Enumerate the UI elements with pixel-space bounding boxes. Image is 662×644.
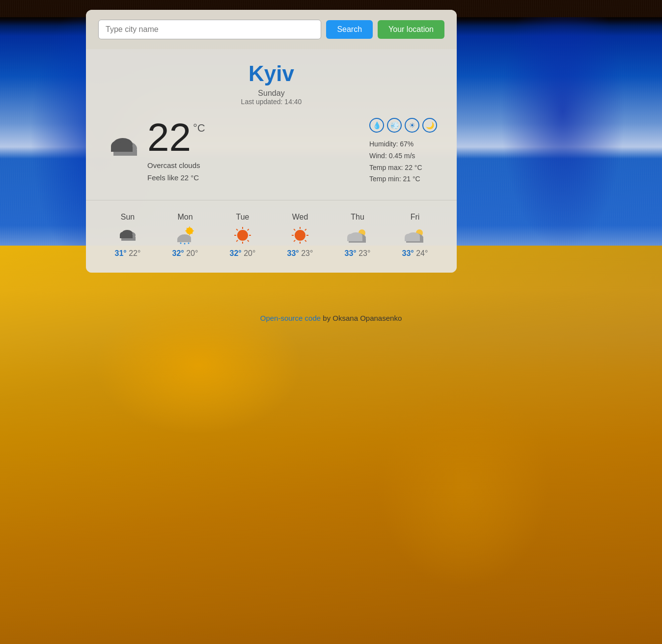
- weather-content: Kyiv Sunday Last updated: 14:40: [86, 49, 457, 273]
- temperature-display: 22 °C: [147, 118, 205, 157]
- forecast-low: 23°: [359, 249, 370, 257]
- forecast-icon: [233, 225, 252, 245]
- search-input[interactable]: [98, 20, 321, 39]
- forecast-temps: 33° 23°: [345, 249, 371, 258]
- source-code-link[interactable]: Open-source code: [260, 314, 321, 322]
- temp-min-label: Temp min: 21 °C: [369, 173, 422, 185]
- forecast-high: 31°: [115, 249, 127, 257]
- detail-icons: 💧 💨 ☀ 🌙: [369, 118, 437, 133]
- svg-line-17: [187, 228, 188, 229]
- current-left: 22 °C Overcast clouds Feels like 22 °C: [106, 118, 205, 182]
- forecast-temps: 31° 22°: [115, 249, 141, 258]
- feels-like: Feels like 22 °C: [147, 173, 205, 182]
- humidity-label: Humidity: 67%: [369, 139, 422, 150]
- last-updated: Last updated: 14:40: [106, 98, 437, 106]
- svg-line-42: [294, 240, 295, 242]
- temperature-value: 22: [147, 118, 191, 157]
- svg-point-24: [188, 243, 190, 244]
- svg-point-25: [237, 230, 248, 241]
- forecast-icon: [291, 225, 309, 245]
- forecast-day-name: Mon: [177, 213, 193, 222]
- svg-rect-21: [177, 239, 191, 242]
- svg-point-22: [180, 243, 182, 244]
- current-right: 💧 💨 ☀ 🌙 Humidity: 67% Wind: 0.45 m/s Tem…: [369, 118, 437, 185]
- forecast-high: 32°: [230, 249, 242, 257]
- svg-line-32: [248, 229, 249, 230]
- forecast-low: 20°: [186, 249, 198, 257]
- forecast-high: 33°: [402, 249, 414, 257]
- current-weather: 22 °C Overcast clouds Feels like 22 °C 💧…: [106, 118, 437, 185]
- forecast-day-name: Tue: [236, 213, 249, 222]
- svg-rect-56: [405, 237, 420, 241]
- wind-label: Wind: 0.45 m/s: [369, 150, 422, 162]
- weather-card: Search Your location Kyiv Sunday Last up…: [86, 10, 457, 273]
- yellow-stripe: [0, 246, 662, 644]
- forecast-day-name: Thu: [351, 213, 364, 222]
- forecast-day: Thu 33° 23°: [335, 213, 380, 258]
- forecast-day-name: Wed: [292, 213, 308, 222]
- svg-line-39: [294, 229, 295, 230]
- svg-line-18: [192, 233, 193, 234]
- svg-line-41: [305, 229, 306, 230]
- city-name: Kyiv: [106, 61, 437, 86]
- forecast-row: Sun 31° 22° Mon 32° 20°: [106, 213, 437, 258]
- footer: Open-source code by Oksana Opanasenko: [0, 314, 662, 322]
- forecast-icon: [176, 225, 194, 245]
- weather-description: Overcast clouds: [147, 161, 205, 169]
- svg-point-34: [295, 230, 305, 241]
- forecast-high: 32°: [172, 249, 184, 257]
- svg-rect-11: [120, 235, 133, 238]
- forecast-high: 33°: [287, 249, 299, 257]
- svg-line-30: [236, 229, 238, 230]
- forecast-icon: [118, 225, 137, 245]
- svg-rect-5: [111, 146, 133, 152]
- current-weather-icon: [106, 134, 140, 167]
- temperature-unit: °C: [193, 123, 205, 134]
- wind-icon: 💨: [387, 118, 402, 133]
- svg-rect-49: [347, 237, 362, 241]
- forecast-temps: 32° 20°: [172, 249, 198, 258]
- detail-text: Humidity: 67% Wind: 0.45 m/s Temp max: 2…: [369, 139, 422, 185]
- forecast-temps: 33° 24°: [402, 249, 428, 258]
- forecast-low: 20°: [244, 249, 255, 257]
- forecast-temps: 33° 23°: [287, 249, 313, 258]
- search-button[interactable]: Search: [326, 20, 373, 39]
- forecast-day: Sun 31° 22°: [106, 213, 150, 258]
- forecast-low: 23°: [301, 249, 313, 257]
- sun-icon: ☀: [405, 118, 419, 133]
- forecast-high: 33°: [345, 249, 357, 257]
- svg-line-31: [248, 240, 249, 242]
- forecast-low: 24°: [416, 249, 428, 257]
- forecast-icon: [347, 225, 368, 245]
- location-button[interactable]: Your location: [378, 20, 444, 39]
- forecast-day: Mon 32° 20°: [163, 213, 207, 258]
- temp-max-label: Temp max: 22 °C: [369, 162, 422, 174]
- forecast-day-name: Sun: [121, 213, 135, 222]
- forecast-day: Tue 32° 20°: [221, 213, 265, 258]
- forecast-low: 22°: [129, 249, 140, 257]
- svg-line-40: [305, 240, 306, 242]
- forecast-icon: [405, 225, 425, 245]
- forecast-day: Wed 33° 23°: [278, 213, 322, 258]
- search-section: Search Your location: [86, 10, 457, 49]
- forecast-temps: 32° 20°: [230, 249, 256, 258]
- divider: [86, 200, 457, 200]
- svg-line-33: [236, 240, 238, 242]
- forecast-day: Fri 33° 24°: [393, 213, 437, 258]
- footer-author: by Oksana Opanasenko: [321, 314, 402, 322]
- svg-point-23: [184, 243, 186, 245]
- temp-block: 22 °C Overcast clouds Feels like 22 °C: [147, 118, 205, 182]
- day-name: Sunday: [106, 89, 437, 98]
- forecast-day-name: Fri: [411, 213, 420, 222]
- humidity-icon: 💧: [369, 118, 384, 133]
- night-icon: 🌙: [422, 118, 437, 133]
